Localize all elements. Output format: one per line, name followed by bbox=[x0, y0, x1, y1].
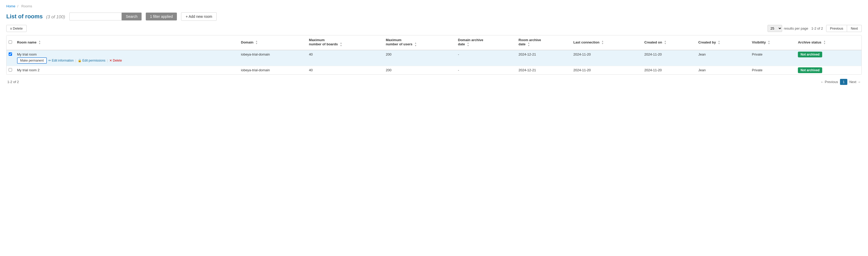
row2-last-connection: 2024-11-20 bbox=[571, 66, 642, 75]
page-number-button[interactable]: 1 bbox=[840, 79, 847, 85]
search-button[interactable]: Search bbox=[122, 12, 142, 21]
results-label: results per page bbox=[784, 26, 808, 30]
row1-domain: iobeya-trial-domain bbox=[239, 50, 307, 66]
row1-checkbox[interactable] bbox=[9, 52, 12, 56]
col-max-users: Maximumnumber of users ▲▼ bbox=[384, 35, 456, 50]
row1-visibility: Private bbox=[750, 50, 796, 66]
col-room-name: Room name ▲▼ bbox=[15, 35, 239, 50]
breadcrumb-current: Rooms bbox=[22, 4, 32, 8]
sort-domain[interactable]: ▲▼ bbox=[255, 40, 258, 45]
col-room-archive-date: Room archivedate ▲▼ bbox=[517, 35, 571, 50]
sort-room-archive[interactable]: ▲▼ bbox=[528, 42, 530, 47]
row1-max-boards: 40 bbox=[307, 50, 384, 66]
sort-max-boards[interactable]: ▲▼ bbox=[340, 42, 342, 47]
select-all-header bbox=[6, 35, 15, 50]
row1-domain-archive-date: - bbox=[456, 50, 517, 66]
breadcrumb-home[interactable]: Home bbox=[6, 4, 16, 8]
edit-permissions-button[interactable]: 🔒 Edit permissions bbox=[78, 59, 105, 62]
row1-max-users: 200 bbox=[384, 50, 456, 66]
col-created-by: Created by ▲▼ bbox=[696, 35, 750, 50]
bottom-pagination: ← Previous 1 Next → bbox=[820, 79, 861, 85]
page-subtitle: (3 of 100) bbox=[45, 15, 65, 20]
row1-checkbox-cell bbox=[6, 50, 15, 66]
sort-visibility[interactable]: ▲▼ bbox=[768, 40, 770, 45]
col-max-boards: Maximumnumber of boards ▲▼ bbox=[307, 35, 384, 50]
per-page-select[interactable]: 25 10 50 100 bbox=[768, 25, 782, 32]
lock-icon: 🔒 bbox=[78, 59, 82, 62]
rooms-table: Room name ▲▼ Domain ▲▼ Maximumnumber of … bbox=[6, 35, 862, 75]
page-wrapper: Home / Rooms List of rooms (3 of 100) Se… bbox=[0, 0, 868, 89]
row2-max-users: 200 bbox=[384, 66, 456, 75]
bottom-row: 1-2 of 2 ← Previous 1 Next → bbox=[6, 79, 862, 85]
row2-checkbox[interactable] bbox=[9, 68, 12, 72]
page-title-group: List of rooms (3 of 100) bbox=[6, 13, 65, 20]
filter-button[interactable]: 1 filter applied bbox=[146, 12, 177, 21]
edit-information-button[interactable]: ✏ Edit information bbox=[49, 59, 73, 62]
row2-created-by: Jean bbox=[696, 66, 750, 75]
col-visibility: Visibility ▲▼ bbox=[750, 35, 796, 50]
row1-room-archive-date: 2024-12-21 bbox=[517, 50, 571, 66]
add-room-button[interactable]: + Add new room bbox=[181, 12, 217, 21]
row2-room-name-cell: My trial room 2 bbox=[15, 66, 239, 75]
row2-domain: iobeya-trial-domain bbox=[239, 66, 307, 75]
sort-last-connection[interactable]: ▲▼ bbox=[601, 40, 604, 45]
sort-created-by[interactable]: ▲▼ bbox=[718, 40, 720, 45]
sort-max-users[interactable]: ▲▼ bbox=[414, 42, 417, 47]
pencil-icon: ✏ bbox=[49, 59, 51, 62]
sort-archive-status[interactable]: ▲▼ bbox=[823, 40, 826, 45]
row1-room-name-cell: My trial room Make permanent ✏ Edit info… bbox=[15, 50, 239, 66]
col-domain: Domain ▲▼ bbox=[239, 35, 307, 50]
per-page-wrapper: 25 10 50 100 results per page bbox=[768, 25, 808, 32]
toolbar-row: x Delete 25 10 50 100 results per page 1… bbox=[6, 25, 862, 32]
make-permanent-button[interactable]: Make permanent bbox=[17, 57, 47, 64]
bottom-count: 1-2 of 2 bbox=[7, 80, 19, 84]
row1-created-on: 2024-11-20 bbox=[642, 50, 696, 66]
col-last-connection: Last connection ▲▼ bbox=[571, 35, 642, 50]
x-icon: ✕ bbox=[110, 59, 112, 62]
pagination-buttons: Previous Next bbox=[826, 25, 862, 32]
row1-archive-status-badge: Not archived bbox=[798, 52, 822, 57]
results-range: 1-2 of 2 bbox=[811, 26, 823, 30]
sort-domain-archive[interactable]: ▲▼ bbox=[467, 42, 469, 47]
row1-created-by: Jean bbox=[696, 50, 750, 66]
table-wrapper: Room name ▲▼ Domain ▲▼ Maximumnumber of … bbox=[6, 35, 862, 75]
delete-button[interactable]: x Delete bbox=[6, 25, 27, 32]
row1-last-connection: 2024-11-20 bbox=[571, 50, 642, 66]
row1-room-name: My trial room bbox=[17, 52, 237, 56]
next-button-bottom[interactable]: Next → bbox=[849, 80, 861, 84]
sort-room-name[interactable]: ▲▼ bbox=[38, 40, 41, 45]
next-button-top[interactable]: Next bbox=[847, 25, 862, 32]
breadcrumb: Home / Rooms bbox=[6, 4, 862, 8]
row1-archive-status: Not archived bbox=[796, 50, 862, 66]
separator2: | bbox=[107, 58, 108, 62]
previous-button-bottom[interactable]: ← Previous bbox=[820, 80, 838, 84]
col-domain-archive-date: Domain archivedate ▲▼ bbox=[456, 35, 517, 50]
search-wrapper: Search bbox=[69, 12, 142, 21]
row2-room-archive-date: 2024-12-21 bbox=[517, 66, 571, 75]
col-archive-status: Archive status ▲▼ bbox=[796, 35, 862, 50]
breadcrumb-separator: / bbox=[17, 4, 18, 8]
table-row: My trial room Make permanent ✏ Edit info… bbox=[6, 50, 862, 66]
delete-row-button[interactable]: ✕ Delete bbox=[110, 59, 122, 62]
row2-checkbox-cell bbox=[6, 66, 15, 75]
header-row: List of rooms (3 of 100) Search 1 filter… bbox=[6, 12, 862, 21]
row2-archive-status: Not archived bbox=[796, 66, 862, 75]
row2-visibility: Private bbox=[750, 66, 796, 75]
row2-room-name: My trial room 2 bbox=[17, 68, 237, 72]
separator1: | bbox=[75, 58, 76, 62]
select-all-checkbox[interactable] bbox=[9, 40, 12, 44]
row2-created-on: 2024-11-20 bbox=[642, 66, 696, 75]
row2-archive-status-badge: Not archived bbox=[798, 67, 822, 73]
page-title: List of rooms bbox=[6, 13, 43, 20]
previous-button-top[interactable]: Previous bbox=[826, 25, 847, 32]
row2-domain-archive-date: - bbox=[456, 66, 517, 75]
row2-max-boards: 40 bbox=[307, 66, 384, 75]
table-row: My trial room 2 iobeya-trial-domain 40 2… bbox=[6, 66, 862, 75]
row1-actions: Make permanent ✏ Edit information | 🔒 Ed… bbox=[17, 57, 237, 64]
search-input[interactable] bbox=[69, 12, 122, 21]
sort-created-on[interactable]: ▲▼ bbox=[664, 40, 666, 45]
col-created-on: Created on ▲▼ bbox=[642, 35, 696, 50]
